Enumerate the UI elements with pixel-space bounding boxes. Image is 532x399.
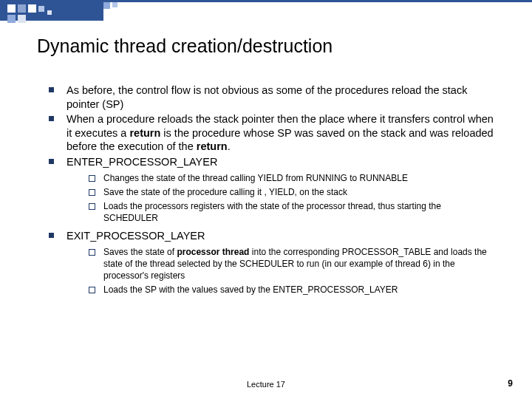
sub-changes-state: Changes the state of the thread calling … <box>86 173 495 185</box>
svg-rect-5 <box>7 15 16 23</box>
sub-save-state: Save the state of the procedure calling … <box>86 187 495 199</box>
svg-rect-2 <box>7 4 16 13</box>
bullet-control-flow: As before, the control flow is not obvio… <box>46 83 495 111</box>
main-list: As before, the control flow is not obvio… <box>37 83 495 296</box>
svg-rect-7 <box>38 6 44 12</box>
bullet-enter-layer: ENTER_PROCESSOR_LAYER Changes the state … <box>46 155 495 225</box>
footer-page-number: 9 <box>508 378 513 389</box>
footer-lecture: Lecture 17 <box>0 380 532 389</box>
exit-sublist: Saves the state of processor thread into… <box>66 247 495 296</box>
sub-saves-processor-thread: Saves the state of processor thread into… <box>86 247 495 282</box>
header-decoration <box>0 0 532 28</box>
svg-rect-8 <box>47 10 52 15</box>
svg-rect-10 <box>112 2 117 7</box>
slide-body: Dynamic thread creation/destruction As b… <box>0 0 532 296</box>
svg-rect-3 <box>18 4 26 13</box>
sub-loads-registers: Loads the processors registers with the … <box>86 201 495 225</box>
svg-rect-9 <box>103 2 110 9</box>
enter-sublist: Changes the state of the thread calling … <box>66 173 495 224</box>
bullet-exit-layer: EXIT_PROCESSOR_LAYER Saves the state of … <box>46 229 495 296</box>
svg-rect-6 <box>18 15 26 23</box>
slide-title: Dynamic thread creation/destruction <box>37 35 495 57</box>
sub-loads-sp: Loads the SP with the values saved by th… <box>86 284 495 296</box>
svg-rect-4 <box>28 4 36 13</box>
bullet-reload-sp: When a procedure reloads the stack point… <box>46 112 495 154</box>
